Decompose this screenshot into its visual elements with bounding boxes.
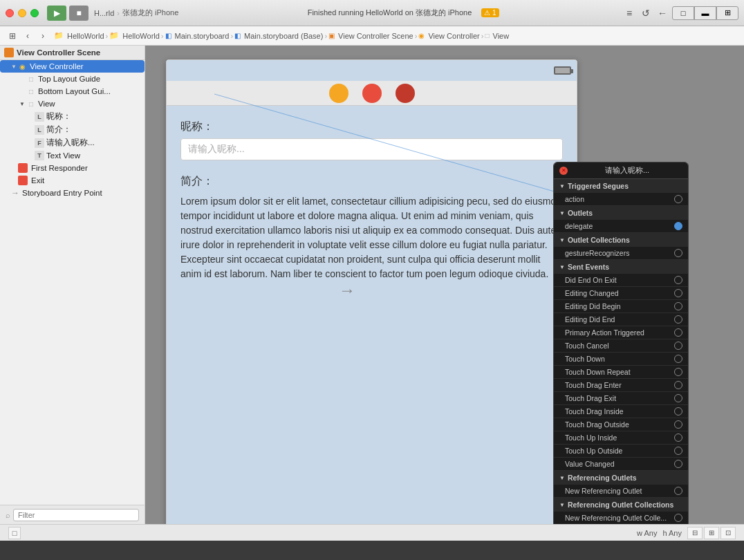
status-left: □	[8, 527, 21, 539]
sidebar-item-exit[interactable]: Exit	[0, 174, 145, 187]
run-status: Finished running HelloWorld on 张德龙的 iPho…	[302, 8, 478, 18]
filter-input[interactable]	[13, 509, 139, 521]
intro-text: Lorem ipsum dolor sit er elit lamet, con…	[180, 194, 563, 281]
popup-row-value-changed: Value Changed	[554, 458, 688, 471]
single-pane-btn[interactable]: □	[672, 6, 694, 20]
status-bar: □ w Any h Any ⊟ ⊞ ⊡	[0, 524, 744, 541]
stop-button[interactable]: ■	[69, 6, 89, 21]
status-right: w Any h Any ⊟ ⊞ ⊡	[637, 527, 736, 539]
nav-forward-icon[interactable]: ›	[36, 29, 50, 43]
sidebar-item-nickname-field[interactable]: F 请输入昵称...	[0, 136, 145, 149]
sidebar: View Controller Scene ▼ ◉ View Controlle…	[0, 46, 145, 524]
sidebar-tree: ▼ ◉ View Controller □ Top Layout Guide □…	[0, 60, 145, 505]
popup-row-new-ref-outlet: New Referencing Outlet	[554, 485, 688, 498]
device-name: 张德龙的 iPhone	[122, 8, 178, 18]
sidebar-item-intro-label[interactable]: L 简介：	[0, 123, 145, 136]
popup-row-touch-cancel: Touch Cancel	[554, 339, 688, 353]
popup-section-ref-outlets[interactable]: ▼ Referencing Outlets	[554, 471, 688, 485]
popup-row-new-ref-outlet-coll: New Referencing Outlet Colle...	[554, 512, 688, 524]
layout-segment[interactable]: □ ▬ ⊞	[672, 6, 738, 20]
view-icon-bc: □	[485, 32, 489, 39]
popup-section-outlet-collections[interactable]: ▼ Outlet Collections	[554, 233, 688, 247]
popup-row-primary-action: Primary Action Triggered	[554, 326, 688, 339]
sidebar-item-nickname-label[interactable]: L 昵称：	[0, 110, 145, 123]
scene-header-label: View Controller Scene	[17, 48, 100, 57]
toolbar-icon-3[interactable]	[396, 84, 415, 103]
minimize-button[interactable]	[18, 9, 26, 17]
nickname-input[interactable]: 请输入昵称...	[180, 138, 563, 160]
sidebar-item-textview[interactable]: T Text View	[0, 149, 145, 162]
popup-section-ref-outlet-collections[interactable]: ▼ Referencing Outlet Collections	[554, 498, 688, 512]
breadcrumb-vc[interactable]: ◉ View Controller	[418, 32, 479, 40]
breadcrumb-mainstoryboard-base[interactable]: ◧ Main.storyboard (Base)	[234, 32, 323, 40]
close-button[interactable]	[6, 9, 14, 17]
popup-section-outlets[interactable]: ▼ Outlets	[554, 206, 688, 220]
device-frame: 昵称： 请输入昵称... 简介： Lorem ipsum dolor sit e…	[166, 59, 577, 524]
popup-circle-gesture[interactable]	[674, 249, 682, 257]
breadcrumb-vc-scene[interactable]: ▣ View Controller Scene	[328, 32, 413, 40]
sidebar-item-firstresponder[interactable]: First Responder	[0, 162, 145, 174]
toolbar-icon-2[interactable]	[362, 84, 382, 103]
popup-row-touch-down: Touch Down	[554, 353, 688, 366]
popup-row-editing-did-end: Editing Did End	[554, 313, 688, 326]
popup-row-touch-drag-enter: Touch Drag Enter	[554, 379, 688, 392]
popup-section-sent-events[interactable]: ▼ Sent Events	[554, 260, 688, 274]
popup-row-editing-did-begin: Editing Did Begin	[554, 300, 688, 313]
storyboard-icon-1: ◧	[165, 32, 171, 39]
popup-close-button[interactable]: ✕	[559, 167, 568, 175]
traffic-lights	[6, 9, 39, 17]
popup-row-action: action	[554, 193, 688, 206]
h-any-label: h Any	[662, 529, 682, 537]
breadcrumb-bar: ⊞ ‹ › 📁 HelloWorld › 📁 HelloWorld › ◧ Ma…	[0, 26, 744, 46]
w-any-label: w Any	[637, 529, 657, 537]
popup-row-touch-drag-outside: Touch Drag Outside	[554, 418, 688, 431]
share-icon[interactable]: ↺	[639, 6, 653, 20]
panel-toggle-btn[interactable]: □	[8, 527, 21, 539]
sidebar-item-toplayout[interactable]: □ Top Layout Guide	[0, 73, 145, 85]
canvas-area: 昵称： 请输入昵称... 简介： Lorem ipsum dolor sit e…	[145, 46, 744, 524]
filter-icon: ⌕	[6, 511, 10, 519]
sidebar-item-bottomlayout[interactable]: □ Bottom Layout Gui...	[0, 85, 145, 97]
menu-icon[interactable]: ≡	[622, 6, 636, 20]
toolbar-icon-1[interactable]	[329, 84, 348, 103]
popup-row-touch-up-inside: Touch Up Inside	[554, 431, 688, 445]
sidebar-item-view[interactable]: ▼ □ View	[0, 97, 145, 110]
intro-label: 简介：	[180, 174, 563, 189]
popup-row-delegate: delegate	[554, 220, 688, 233]
back-icon[interactable]: ←	[655, 6, 669, 20]
nickname-label: 昵称：	[180, 120, 563, 134]
sidebar-item-viewcontroller[interactable]: ▼ ◉ View Controller	[0, 60, 145, 73]
run-button[interactable]: ▶	[47, 6, 66, 21]
device-content: 昵称： 请输入昵称... 简介： Lorem ipsum dolor sit e…	[167, 106, 577, 524]
warning-badge[interactable]: ⚠ 1	[481, 8, 499, 17]
sidebar-item-storyboard-entry[interactable]: → Storyboard Entry Point	[0, 187, 145, 199]
popup-panel[interactable]: ✕ 请输入昵称... ▼ Triggered Segues action ▼ O…	[553, 162, 689, 524]
popup-row-did-end-on-exit: Did End On Exit	[554, 274, 688, 287]
grid-icon[interactable]: ⊞	[6, 29, 19, 43]
scene-header: View Controller Scene	[0, 46, 145, 60]
breadcrumb-view[interactable]: □ View	[485, 32, 509, 40]
inspector-btn[interactable]: ⊟	[687, 527, 703, 539]
entry-arrow-indicator: →	[339, 281, 355, 300]
breadcrumb-helloworld-1[interactable]: 📁 HelloWorld	[54, 31, 104, 40]
split-pane-btn[interactable]: ▬	[694, 6, 716, 20]
breadcrumb-mainstoryboard[interactable]: ◧ Main.storyboard	[165, 32, 230, 40]
popup-circle-action[interactable]	[674, 195, 682, 203]
view-options: ⊟ ⊞ ⊡	[687, 527, 736, 539]
breadcrumb-helloworld-2[interactable]: 📁 HelloWorld	[109, 31, 160, 40]
popup-circle-delegate[interactable]	[674, 222, 682, 230]
library-btn[interactable]: ⊞	[704, 527, 719, 539]
vc-icon-bc: ◉	[418, 32, 425, 39]
battery-icon	[554, 66, 571, 75]
main-layout: View Controller Scene ▼ ◉ View Controlle…	[0, 46, 744, 524]
nav-back-icon[interactable]: ‹	[21, 29, 35, 43]
popup-row-touch-drag-inside: Touch Drag Inside	[554, 405, 688, 418]
scene-header-icon	[4, 48, 14, 57]
maximize-button[interactable]	[30, 9, 39, 17]
popup-row-touch-drag-exit: Touch Drag Exit	[554, 392, 688, 405]
popup-section-triggered-segues[interactable]: ▼ Triggered Segues	[554, 179, 688, 193]
folder-icon-1: 📁	[54, 31, 64, 40]
popup-header: ✕ 请输入昵称...	[554, 162, 688, 179]
multi-pane-btn[interactable]: ⊞	[716, 6, 738, 20]
panel-btn[interactable]: ⊡	[720, 527, 736, 539]
